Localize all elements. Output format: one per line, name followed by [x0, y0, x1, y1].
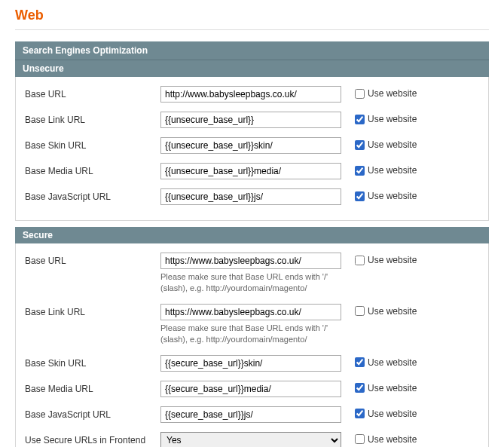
- field-label: Base Link URL: [25, 112, 160, 125]
- unsecure-base-js-url-use-website-checkbox[interactable]: [355, 191, 365, 201]
- unsecure-form: Base URL Use website Base Link URL Use w…: [15, 77, 489, 221]
- unsecure-base-js-url-input[interactable]: [160, 188, 341, 205]
- title-divider: [15, 29, 489, 30]
- unsecure-base-url-input[interactable]: [160, 86, 341, 103]
- page-title: Web: [0, 0, 504, 29]
- unsecure-base-media-url-row: Base Media URL Use website: [25, 163, 479, 179]
- unsecure-base-skin-url-row: Base Skin URL Use website: [25, 137, 479, 154]
- unsecure-base-media-url-input[interactable]: [160, 163, 341, 179]
- secure-base-skin-url-input[interactable]: [160, 355, 341, 372]
- unsecure-base-media-url-use-website-checkbox[interactable]: [355, 166, 365, 176]
- secure-base-link-url-row: Base Link URL Please make sure that Base…: [25, 304, 479, 346]
- field-label: Base URL: [25, 253, 160, 266]
- use-website-label: Use website: [368, 139, 417, 150]
- use-website-label: Use website: [368, 114, 417, 124]
- use-secure-frontend-use-website-checkbox[interactable]: [355, 434, 365, 444]
- field-label: Base Media URL: [25, 163, 160, 176]
- secure-use-frontend-row: Use Secure URLs in Frontend Yes Use webs…: [25, 432, 479, 447]
- secure-base-skin-url-use-website-checkbox[interactable]: [355, 357, 365, 367]
- field-label: Base Link URL: [25, 304, 160, 317]
- use-website-label: Use website: [368, 409, 417, 419]
- secure-base-link-url-input[interactable]: [160, 304, 341, 320]
- seo-section-header[interactable]: Search Engines Optimization: [15, 41, 489, 60]
- use-website-label: Use website: [368, 434, 417, 445]
- secure-base-js-url-row: Base JavaScript URL Use website: [25, 406, 479, 423]
- field-label: Base Media URL: [25, 381, 160, 394]
- unsecure-base-link-url-row: Base Link URL Use website: [25, 112, 479, 128]
- secure-base-url-use-website-checkbox[interactable]: [355, 256, 365, 265]
- use-website-label: Use website: [368, 255, 417, 265]
- secure-base-url-input[interactable]: [160, 253, 341, 269]
- unsecure-base-skin-url-use-website-checkbox[interactable]: [355, 140, 365, 150]
- unsecure-base-skin-url-input[interactable]: [160, 137, 341, 154]
- use-website-label: Use website: [368, 357, 417, 368]
- secure-base-js-url-use-website-checkbox[interactable]: [355, 409, 365, 418]
- use-website-label: Use website: [368, 88, 417, 99]
- secure-base-media-url-use-website-checkbox[interactable]: [355, 383, 365, 393]
- use-website-label: Use website: [368, 191, 417, 201]
- unsecure-section-header[interactable]: Unsecure: [15, 60, 489, 77]
- secure-base-media-url-input[interactable]: [160, 381, 341, 397]
- field-label: Base JavaScript URL: [25, 188, 160, 202]
- unsecure-base-link-url-use-website-checkbox[interactable]: [355, 115, 365, 124]
- secure-base-js-url-input[interactable]: [160, 406, 341, 423]
- field-label: Use Secure URLs in Frontend: [25, 432, 160, 445]
- use-website-label: Use website: [368, 383, 417, 393]
- field-hint: Please make sure that Base URL ends with…: [160, 323, 341, 346]
- unsecure-base-url-use-website-checkbox[interactable]: [355, 89, 365, 99]
- secure-base-link-url-use-website-checkbox[interactable]: [355, 306, 365, 316]
- field-label: Base Skin URL: [25, 355, 160, 369]
- use-website-label: Use website: [368, 165, 417, 176]
- field-hint: Please make sure that Base URL ends with…: [160, 271, 341, 295]
- unsecure-base-link-url-input[interactable]: [160, 112, 341, 128]
- unsecure-base-url-row: Base URL Use website: [25, 86, 479, 103]
- field-label: Base URL: [25, 86, 160, 100]
- secure-base-skin-url-row: Base Skin URL Use website: [25, 355, 479, 372]
- unsecure-base-js-url-row: Base JavaScript URL Use website: [25, 188, 479, 205]
- secure-form: Base URL Please make sure that Base URL …: [15, 243, 489, 447]
- use-secure-frontend-select[interactable]: Yes: [160, 432, 341, 447]
- config-section: Search Engines Optimization Unsecure Bas…: [15, 41, 489, 447]
- secure-base-url-row: Base URL Please make sure that Base URL …: [25, 253, 479, 295]
- field-label: Base JavaScript URL: [25, 406, 160, 420]
- secure-section-header[interactable]: Secure: [15, 227, 489, 243]
- field-label: Base Skin URL: [25, 137, 160, 151]
- secure-base-media-url-row: Base Media URL Use website: [25, 381, 479, 397]
- use-website-label: Use website: [368, 306, 417, 317]
